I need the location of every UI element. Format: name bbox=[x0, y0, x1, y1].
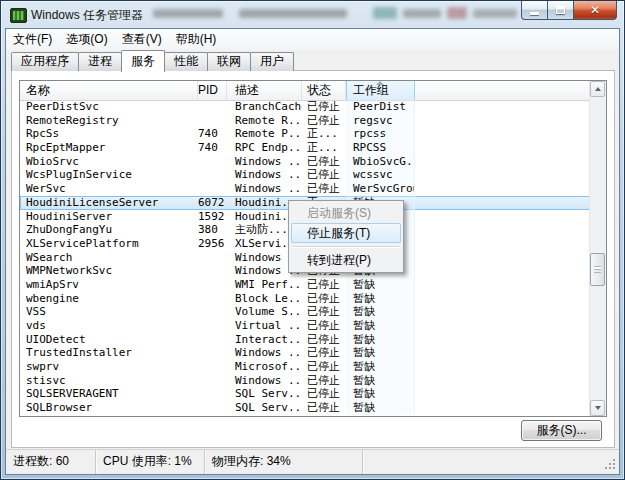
close-button[interactable]: ✕ bbox=[573, 1, 617, 20]
service-row[interactable]: VSSVolume S...已停止暂缺 bbox=[20, 305, 590, 319]
cell-name: wbengine bbox=[20, 292, 198, 306]
cell-desc: Windows ... bbox=[227, 168, 302, 182]
cell-filler bbox=[415, 292, 590, 306]
cell-pid: 740 bbox=[198, 127, 227, 141]
context-menu-item-3[interactable]: 转到进程(P) bbox=[291, 250, 401, 270]
thumb-grip-icon bbox=[594, 266, 601, 273]
service-row[interactable]: RpcSs740Remote P...正...rpcss bbox=[20, 127, 590, 141]
cell-status: 已停止 bbox=[302, 401, 346, 415]
tab-processes[interactable]: 进程 bbox=[78, 52, 122, 71]
cell-name: TrustedInstaller bbox=[20, 346, 198, 360]
service-row[interactable]: swprvMicrosof...已停止暂缺 bbox=[20, 360, 590, 374]
menu-item-3[interactable]: 帮助(H) bbox=[169, 29, 224, 50]
service-row[interactable]: wmiApSrvWMI Perf...已停止暂缺 bbox=[20, 278, 590, 292]
cell-pid bbox=[198, 401, 227, 415]
cell-desc: Block Le... bbox=[227, 292, 302, 306]
vertical-scrollbar[interactable] bbox=[589, 81, 606, 416]
service-row[interactable]: RpcEptMapper740RPC Endp...正...RPCSS bbox=[20, 141, 590, 155]
cell-desc: Remote P... bbox=[227, 127, 302, 141]
cell-status: 已停止 bbox=[302, 292, 346, 306]
cell-pid: 380 bbox=[198, 223, 227, 237]
glass-reflection bbox=[239, 9, 347, 18]
cell-status: 已停止 bbox=[302, 182, 346, 196]
tab-applications[interactable]: 应用程序 bbox=[11, 52, 79, 71]
status-processes: 进程数: 60 bbox=[6, 450, 96, 474]
services-list-header: 名称PID描述状态工作组 bbox=[20, 81, 590, 101]
service-row[interactable]: SQLSERVERAGENTSQL Serv...已停止暂缺 bbox=[20, 387, 590, 401]
cell-pid: 740 bbox=[198, 141, 227, 155]
cell-group: 暂缺 bbox=[346, 360, 415, 374]
cell-name: SQLBrowser bbox=[20, 401, 198, 415]
cell-pid: 6072 bbox=[198, 196, 227, 210]
cell-name: WMPNetworkSvc bbox=[20, 264, 198, 278]
cell-status: 已停止 bbox=[302, 319, 346, 333]
tab-networking[interactable]: 联网 bbox=[207, 52, 251, 71]
cell-filler bbox=[415, 305, 590, 319]
menu-item-2[interactable]: 查看(V) bbox=[115, 29, 169, 50]
column-header-pid[interactable]: PID bbox=[198, 81, 227, 100]
cell-pid bbox=[198, 182, 227, 196]
service-row[interactable]: UIODetectInteract...已停止暂缺 bbox=[20, 333, 590, 347]
cell-pid bbox=[198, 346, 227, 360]
resize-grip[interactable] bbox=[605, 459, 617, 471]
titlebar[interactable]: Windows 任务管理器 ✕ bbox=[1, 1, 624, 28]
cell-desc: SQL Serv... bbox=[227, 387, 302, 401]
column-header-desc[interactable]: 描述 bbox=[227, 81, 302, 100]
minimize-button[interactable] bbox=[521, 1, 548, 20]
cell-filler bbox=[415, 346, 590, 360]
tab-services[interactable]: 服务 bbox=[121, 50, 165, 72]
scroll-down-button[interactable] bbox=[590, 400, 605, 416]
cell-filler bbox=[415, 127, 590, 141]
cell-name: stisvc bbox=[20, 374, 198, 388]
service-row[interactable]: PeerDistSvcBranchCache已停止PeerDist bbox=[20, 100, 590, 114]
status-filler bbox=[363, 450, 619, 474]
service-row[interactable]: WerSvcWindows ...已停止WerSvcGroup bbox=[20, 182, 590, 196]
cell-filler bbox=[415, 401, 590, 415]
cell-filler bbox=[415, 387, 590, 401]
glass-reflection bbox=[403, 9, 441, 18]
cell-filler bbox=[415, 100, 590, 114]
service-row[interactable]: wbengineBlock Le...已停止暂缺 bbox=[20, 292, 590, 306]
cell-filler bbox=[415, 114, 590, 128]
menubar: 文件(F)选项(O)查看(V)帮助(H) bbox=[6, 29, 619, 50]
cell-desc: Remote R... bbox=[227, 114, 302, 128]
service-row[interactable]: stisvcWindows ...已停止暂缺 bbox=[20, 374, 590, 388]
menu-item-1[interactable]: 选项(O) bbox=[59, 29, 114, 50]
cell-pid bbox=[198, 251, 227, 265]
cell-pid bbox=[198, 114, 227, 128]
service-row[interactable]: WcsPlugInServiceWindows ...已停止wcssvc bbox=[20, 168, 590, 182]
tab-performance[interactable]: 性能 bbox=[164, 52, 208, 71]
glass-reflection bbox=[473, 9, 517, 18]
arrow-down-icon bbox=[595, 406, 601, 410]
glass-reflection bbox=[153, 9, 223, 18]
cell-name: XLServicePlatform bbox=[20, 237, 198, 251]
column-header-name[interactable]: 名称 bbox=[20, 81, 198, 100]
column-header-status[interactable]: 状态 bbox=[302, 81, 346, 100]
task-manager-window: Windows 任务管理器 ✕ 文件(F)选项(O)查看(V)帮助(H) 应用程… bbox=[0, 0, 625, 480]
service-row[interactable]: RemoteRegistryRemote R...已停止regsvc bbox=[20, 114, 590, 128]
service-row[interactable]: vdsVirtual ...已停止暂缺 bbox=[20, 319, 590, 333]
cell-desc: SQL Serv... bbox=[227, 401, 302, 415]
scrollbar-thumb[interactable] bbox=[590, 253, 605, 286]
cell-status: 已停止 bbox=[302, 387, 346, 401]
arrow-up-icon bbox=[595, 87, 601, 91]
cell-filler bbox=[415, 223, 590, 237]
cell-group: 暂缺 bbox=[346, 387, 415, 401]
cell-group: wcssvc bbox=[346, 168, 415, 182]
open-services-button[interactable]: 服务(S)... bbox=[521, 420, 602, 441]
menu-item-0[interactable]: 文件(F) bbox=[6, 29, 59, 50]
service-row[interactable]: SQLBrowserSQL Serv...已停止暂缺 bbox=[20, 401, 590, 415]
cell-name: swprv bbox=[20, 360, 198, 374]
column-header-group[interactable]: 工作组 bbox=[346, 81, 415, 100]
service-row[interactable]: TrustedInstallerWindows ...已停止暂缺 bbox=[20, 346, 590, 360]
cell-name: SQLSERVERAGENT bbox=[20, 387, 198, 401]
tab-users[interactable]: 用户 bbox=[250, 52, 294, 71]
cell-name: vds bbox=[20, 319, 198, 333]
cell-group: 暂缺 bbox=[346, 292, 415, 306]
service-row[interactable]: WbioSrvcWindows ...已停止WbioSvcG... bbox=[20, 155, 590, 169]
cell-name: HoudiniLicenseServer bbox=[20, 196, 198, 210]
context-menu-item-1[interactable]: 停止服务(T) bbox=[291, 223, 401, 243]
context-menu-item-0[interactable]: 启动服务(S) bbox=[291, 203, 401, 223]
maximize-button[interactable] bbox=[547, 1, 574, 20]
scroll-up-button[interactable] bbox=[590, 81, 605, 97]
